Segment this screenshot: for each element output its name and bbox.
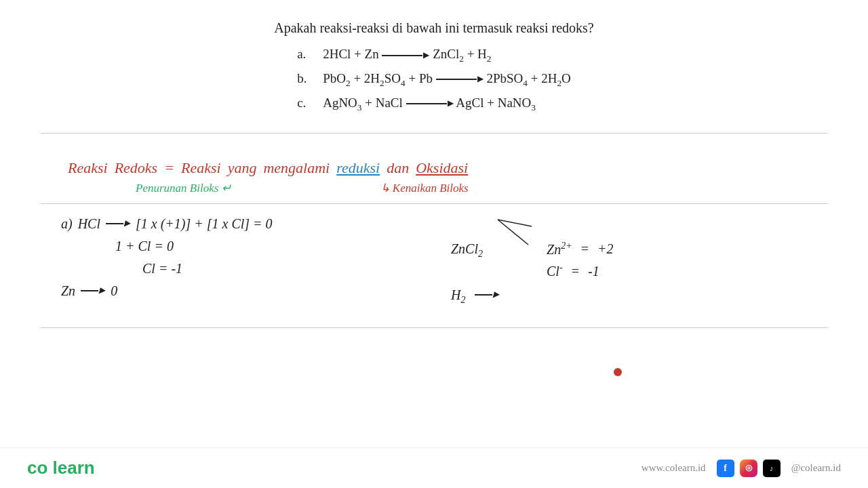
tiktok-icon[interactable]: ♪ (763, 460, 781, 477)
zn-value: +2 (597, 241, 614, 257)
work-arrow-hcl (106, 219, 130, 228)
h2-label: H2 (451, 287, 465, 306)
def-word-oksidasi: Oksidasi (416, 159, 468, 177)
zn-equals: = (580, 241, 590, 257)
work-label-a: a) (61, 216, 73, 232)
svg-line-1 (498, 220, 528, 245)
reaction-label-c: c. (297, 96, 317, 110)
zncl2-block: ZnCl2 Zn2+ = +2 Cl- = (451, 216, 827, 306)
diagonal-lines-svg (491, 216, 538, 253)
left-working: a) HCl [1 x (+1)] + [1 x Cl] = 0 1 + Cl … (61, 216, 437, 315)
reaction-c: c. AgNO3 + NaCl AgCl + NaNO3 (297, 96, 571, 113)
def-penurunan: Penurunan Biloks ↵ (136, 181, 231, 195)
tiktok-letter: ♪ (770, 464, 774, 472)
reaction-text-a: 2HCl + Zn ZnCl2 + H2 (323, 47, 491, 64)
def-word-mengalami: mengalami (263, 159, 330, 177)
work-zn-label: Zn (61, 283, 75, 299)
footer-url: www.colearn.id (642, 462, 706, 474)
social-icons: f ◎ ♪ (717, 460, 781, 477)
work-hcl: HCl (78, 216, 100, 232)
work-sum: 1 + Cl = 0 (115, 239, 174, 254)
zncl2-line: ZnCl2 Zn2+ = +2 Cl- = (451, 216, 827, 279)
def-word-redoks: Redoks (115, 159, 158, 177)
work-hcl-eq: [1 x (+1)] + [1 x Cl] = 0 (136, 216, 273, 232)
footer: co learn www.colearn.id f ◎ ♪ @colearn.i… (0, 447, 868, 488)
reaction-label-a: a. (297, 47, 317, 62)
def-word-dan: dan (387, 159, 409, 177)
facebook-letter: f (724, 463, 727, 474)
reaction-text-b: PbO2 + 2H2SO4 + Pb 2PbSO4 + 2H2O (323, 71, 571, 89)
work-zn: Zn 0 (61, 283, 437, 299)
def-word-reaksi1: Reaksi (68, 159, 108, 177)
cl-symbol: Cl- (547, 262, 563, 279)
arrow-a (382, 51, 429, 60)
zncl2-values: Zn2+ = +2 Cl- = -1 (547, 241, 614, 279)
reaction-label-b: b. (297, 71, 317, 86)
footer-right: www.colearn.id f ◎ ♪ @colearn.id (642, 460, 841, 477)
def-equals: = (164, 159, 174, 177)
work-zn-val: 0 (111, 283, 117, 299)
def-word-yang: yang (228, 159, 257, 177)
reaction-a: a. 2HCl + Zn ZnCl2 + H2 (297, 47, 571, 64)
right-working: ZnCl2 Zn2+ = +2 Cl- = (437, 216, 827, 315)
footer-handle: @colearn.id (791, 462, 841, 474)
question-section: Apakah reaksi-reaksi di bawah ini termas… (41, 20, 827, 134)
reaction-text-c: AgNO3 + NaCl AgCl + NaNO3 (323, 96, 536, 113)
arrow-c (406, 99, 454, 108)
zncl2-label: ZnCl2 (451, 241, 483, 260)
work-cl: Cl = -1 (142, 261, 182, 277)
cursor-dot (614, 368, 622, 376)
facebook-icon[interactable]: f (717, 460, 734, 477)
definition-section: Reaksi Redoks = Reaksi yang mengalami re… (41, 147, 827, 204)
cl-value: -1 (588, 264, 599, 279)
work-arrow-zn (81, 286, 105, 296)
logo-text: co learn (27, 458, 95, 478)
def-kenaikan: ↳ Kenaikan Biloks (380, 181, 469, 195)
svg-line-0 (498, 220, 532, 226)
zn-item-zn: Zn2+ = +2 (547, 241, 614, 258)
work-line-hcl: a) HCl [1 x (+1)] + [1 x Cl] = 0 (61, 216, 437, 232)
reaction-b: b. PbO2 + 2H2SO4 + Pb 2PbSO4 + 2H2O (297, 71, 571, 89)
work-line-cl: Cl = -1 (61, 261, 437, 277)
h2-line: H2 (451, 287, 827, 306)
working-section: a) HCl [1 x (+1)] + [1 x Cl] = 0 1 + Cl … (41, 204, 827, 328)
definition-subline: Penurunan Biloks ↵ ↳ Kenaikan Biloks (68, 181, 827, 195)
h2-arrow (475, 290, 499, 300)
arrow-b (436, 75, 484, 84)
main-content: Apakah reaksi-reaksi di bawah ini termas… (0, 0, 868, 447)
instagram-letter: ◎ (745, 463, 752, 473)
zn-symbol: Zn2+ (547, 241, 572, 258)
zn-item-cl: Cl- = -1 (547, 262, 614, 279)
def-word-reaksi2: Reaksi (181, 159, 221, 177)
cl-equals: = (571, 264, 580, 279)
question-title: Apakah reaksi-reaksi di bawah ini termas… (41, 20, 827, 36)
def-word-reduksi: reduksi (336, 159, 380, 177)
reaction-list: a. 2HCl + Zn ZnCl2 + H2 b. PbO2 + 2H2SO4… (297, 47, 571, 119)
instagram-icon[interactable]: ◎ (740, 460, 757, 477)
definition-line1: Reaksi Redoks = Reaksi yang mengalami re… (68, 159, 827, 177)
footer-logo: co learn (27, 458, 95, 479)
work-line-sum: 1 + Cl = 0 (61, 239, 437, 254)
